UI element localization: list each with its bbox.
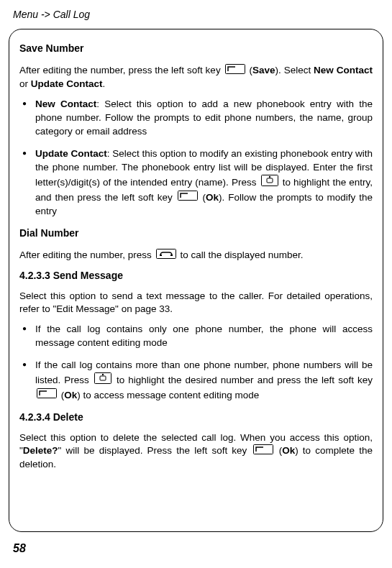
ok-label: Ok (64, 389, 77, 400)
ok-label: Ok (206, 191, 219, 202)
save-label: Save (252, 65, 275, 75)
save-number-bullets: New Contact: Select this option to add a… (19, 98, 373, 218)
bullet-title: New Contact (35, 99, 96, 109)
svg-point-10 (102, 374, 104, 375)
svg-point-3 (268, 176, 270, 178)
bullet-multi-number: If the call log contains more than one p… (19, 359, 373, 403)
save-number-intro: After editing the number, press the left… (19, 64, 373, 91)
nav-key-icon (261, 175, 278, 191)
new-contact-label: New Contact (314, 65, 373, 75)
send-message-intro: Select this option to send a text messag… (19, 290, 373, 316)
breadcrumb-header: Menu -> Call Log (0, 0, 392, 20)
svg-rect-5 (156, 249, 176, 258)
text-segment: After editing the number, press (19, 249, 155, 260)
delete-text: Select this option to delete the selecte… (19, 431, 373, 472)
update-contact-label: Update Contact (31, 78, 103, 89)
svg-rect-9 (100, 376, 106, 380)
delete-label: Delete? (23, 445, 58, 456)
svg-rect-2 (267, 178, 273, 183)
text-segment: . (103, 78, 106, 89)
bullet-new-contact: New Contact: Select this option to add a… (19, 98, 373, 139)
left-soft-key-icon (253, 444, 273, 458)
text-segment: or (19, 78, 31, 89)
nav-key-icon (94, 372, 111, 388)
bullet-text: ) to access message content editing mode (77, 389, 259, 400)
send-message-heading: 4.2.3.3 Send Message (19, 270, 373, 281)
text-segment: " will be displayed. Press the left soft… (58, 445, 252, 456)
bullet-title: Update Contact (35, 148, 107, 159)
svg-rect-6 (160, 255, 162, 256)
svg-rect-7 (170, 255, 173, 256)
call-key-icon (156, 249, 176, 262)
page-number: 58 (13, 542, 26, 555)
left-soft-key-icon (37, 388, 57, 403)
ok-label: Ok (282, 445, 295, 456)
dial-number-text: After editing the number, press to call … (19, 249, 373, 262)
delete-heading: 4.2.3.4 Delete (19, 411, 373, 423)
dial-number-title: Dial Number (19, 227, 373, 239)
left-soft-key-icon (178, 191, 198, 205)
send-message-bullets: If the call log contains only one phone … (19, 323, 373, 402)
left-soft-key-icon (225, 64, 245, 78)
content-container: Save Number After editing the number, pr… (9, 29, 383, 532)
text-segment: After editing the number, press the left… (19, 65, 224, 75)
text-segment: ). Select (275, 65, 314, 75)
bullet-single-number: If the call log contains only one phone … (19, 323, 373, 350)
text-segment: to call the displayed number. (180, 249, 303, 260)
bullet-text: to highlight the desired number and pres… (117, 374, 373, 385)
bullet-update-contact: Update Contact: Select this option to mo… (19, 147, 373, 218)
save-number-title: Save Number (19, 42, 373, 54)
